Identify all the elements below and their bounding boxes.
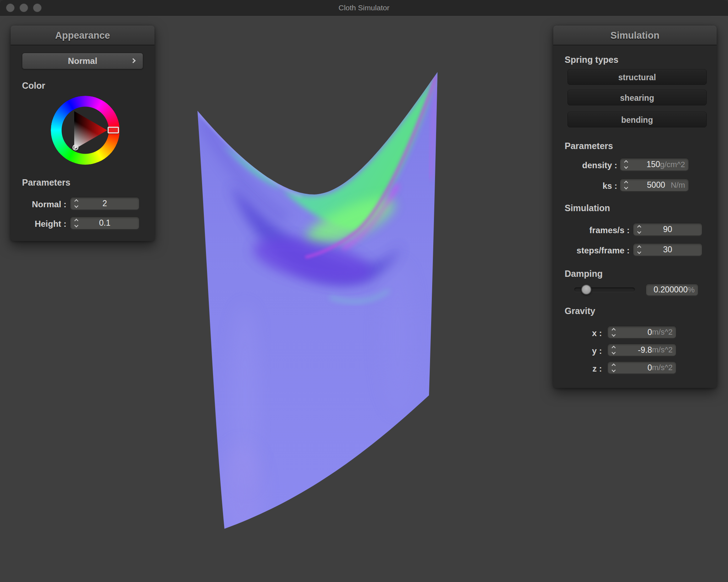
- color-wheel[interactable]: [51, 96, 120, 165]
- gravity-y-unit: m/s^2: [652, 345, 676, 355]
- spinner-up-icon[interactable]: [74, 199, 78, 203]
- spinner-up-icon[interactable]: [74, 219, 78, 223]
- damping-slider-knob[interactable]: [581, 285, 591, 295]
- gravity-z-input[interactable]: 0 m/s^2: [607, 361, 677, 374]
- gravity-x-unit: m/s^2: [652, 328, 676, 337]
- gravity-x-input[interactable]: 0 m/s^2: [607, 326, 677, 339]
- steps-label: steps/frame :: [564, 246, 630, 256]
- chevron-right-icon: [131, 58, 136, 63]
- spinner-arrows[interactable]: [70, 218, 82, 228]
- app-window: Cloth Simulator Appearance Normal Color: [0, 0, 728, 582]
- gravity-y-input[interactable]: -9.8 m/s^2: [607, 344, 677, 356]
- color-section-label: Color: [22, 81, 45, 91]
- damping-value: 0.200000: [646, 285, 688, 295]
- damping-label: Damping: [565, 269, 603, 279]
- gravity-z-unit: m/s^2: [652, 363, 676, 372]
- spring-structural-button[interactable]: structural: [567, 69, 707, 85]
- spinner-arrows[interactable]: [608, 328, 620, 337]
- spinner-up-icon[interactable]: [612, 328, 615, 332]
- spinner-down-icon[interactable]: [74, 204, 78, 208]
- ks-value: 5000: [632, 180, 665, 190]
- spinner-arrows[interactable]: [633, 245, 645, 254]
- spinner-arrows[interactable]: [620, 180, 632, 190]
- simulation-panel: Simulation Spring types structural shear…: [553, 26, 717, 388]
- gravity-z-value: 0: [620, 363, 652, 373]
- spinner-arrows[interactable]: [633, 225, 645, 234]
- ks-unit: N/m: [665, 181, 689, 190]
- steps-value: 30: [645, 245, 702, 254]
- frames-value: 90: [645, 225, 702, 234]
- appearance-panel: Appearance Normal Color: [11, 26, 154, 241]
- gravity-z-label: z :: [575, 364, 602, 374]
- spinner-up-icon[interactable]: [637, 225, 641, 229]
- sv-selector[interactable]: [72, 144, 78, 150]
- sim-params-label: Parameters: [565, 141, 613, 151]
- simulation-panel-title: Simulation: [553, 26, 717, 45]
- gravity-y-value: -9.8: [620, 345, 652, 355]
- ks-label: ks :: [560, 181, 617, 191]
- normal-param-value: 2: [82, 199, 139, 208]
- gravity-x-label: x :: [575, 328, 602, 338]
- appearance-panel-title: Appearance: [11, 26, 154, 45]
- spinner-up-icon[interactable]: [637, 245, 641, 249]
- spinner-down-icon[interactable]: [637, 250, 641, 254]
- damping-value-box[interactable]: 0.200000 %: [646, 284, 699, 296]
- spinner-down-icon[interactable]: [624, 165, 628, 169]
- spinner-arrows[interactable]: [608, 363, 620, 373]
- spring-types-label: Spring types: [565, 55, 618, 65]
- damping-unit: %: [688, 285, 698, 295]
- gravity-x-value: 0: [620, 328, 652, 337]
- spring-bending-button[interactable]: bending: [567, 112, 707, 127]
- shader-dropdown-value: Normal: [68, 56, 97, 66]
- spinner-arrows[interactable]: [70, 199, 82, 208]
- spinner-up-icon[interactable]: [624, 181, 628, 185]
- density-input[interactable]: 150 g/cm^2: [620, 158, 689, 171]
- spinner-up-icon[interactable]: [624, 160, 628, 164]
- gravity-y-label: y :: [575, 346, 602, 356]
- spinner-down-icon[interactable]: [612, 368, 615, 372]
- damping-slider[interactable]: [574, 287, 635, 292]
- height-param-label: Height :: [14, 219, 66, 229]
- titlebar: Cloth Simulator: [0, 0, 728, 16]
- hue-selector[interactable]: [108, 127, 119, 133]
- spinner-down-icon[interactable]: [624, 185, 628, 189]
- sim-section-label: Simulation: [565, 203, 610, 213]
- height-param-input[interactable]: 0.1: [70, 216, 140, 230]
- spinner-down-icon[interactable]: [637, 230, 641, 234]
- frames-label: frames/s :: [564, 225, 630, 235]
- spinner-down-icon[interactable]: [612, 333, 615, 336]
- spring-shearing-button[interactable]: shearing: [567, 90, 707, 105]
- spinner-up-icon[interactable]: [612, 346, 615, 350]
- spinner-arrows[interactable]: [608, 345, 620, 355]
- spinner-down-icon[interactable]: [74, 223, 78, 227]
- density-label: density :: [560, 160, 617, 170]
- gravity-label: Gravity: [565, 306, 595, 316]
- normal-param-input[interactable]: 2: [70, 197, 140, 210]
- ks-input[interactable]: 5000 N/m: [620, 179, 689, 192]
- frames-input[interactable]: 90: [633, 223, 702, 236]
- steps-input[interactable]: 30: [633, 243, 702, 256]
- spinner-arrows[interactable]: [620, 160, 632, 169]
- normal-param-label: Normal :: [14, 199, 66, 209]
- spinner-down-icon[interactable]: [612, 350, 615, 354]
- height-param-value: 0.1: [82, 218, 139, 228]
- window-title: Cloth Simulator: [0, 0, 728, 16]
- spinner-up-icon[interactable]: [612, 363, 615, 367]
- density-unit: g/cm^2: [660, 160, 689, 169]
- density-value: 150: [632, 160, 660, 169]
- shader-dropdown[interactable]: Normal: [22, 53, 143, 69]
- appearance-params-label: Parameters: [22, 177, 70, 188]
